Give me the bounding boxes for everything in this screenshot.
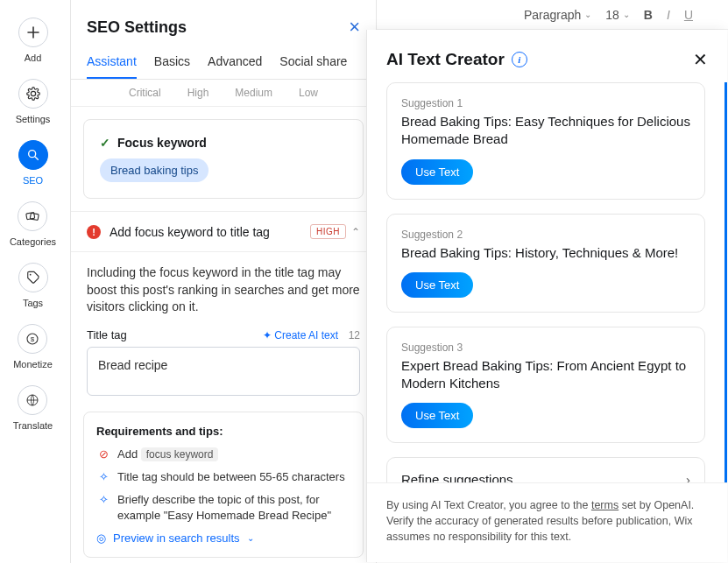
error-icon: ⊘ [96, 447, 110, 462]
warning-description: Including the focus keyword in the title… [71, 252, 376, 328]
tab-advanced[interactable]: Advanced [208, 46, 262, 79]
title-tag-block: Title tag ✦ Create AI text 12 [71, 328, 376, 412]
chevron-down-icon: ⌄ [247, 533, 254, 543]
ai-suggestions-body: Suggestion 1 Bread Baking Tips: Easy Tec… [367, 82, 727, 482]
seo-title: SEO Settings [87, 18, 187, 37]
italic-button[interactable]: I [667, 8, 670, 22]
terms-link[interactable]: terms [591, 499, 618, 511]
filter-row: Critical High Medium Low [71, 80, 376, 107]
ai-panel-title: AI Text Creator i [386, 50, 527, 69]
tab-basics[interactable]: Basics [154, 46, 190, 79]
check-icon: ✓ [100, 136, 110, 150]
req-add: Add focus keyword [117, 447, 218, 462]
svg-point-0 [28, 151, 35, 158]
close-icon[interactable]: × [349, 16, 360, 39]
req-tip-describe: Briefly describe the topic of this post,… [117, 492, 350, 524]
suggestion-text: Bread Baking Tips: Easy Techniques for D… [401, 113, 690, 149]
rail-settings-label: Settings [16, 114, 51, 124]
close-icon[interactable]: ✕ [693, 49, 708, 70]
rail-seo-label: SEO [23, 175, 43, 186]
priority-badge: HIGH [310, 224, 346, 239]
rail-seo[interactable]: SEO [18, 140, 48, 186]
dollar-icon: $ [18, 324, 47, 354]
ai-footer: By using AI Text Creator, you agree to t… [367, 482, 727, 562]
refine-suggestions[interactable]: Refine suggestions › [386, 457, 705, 482]
plus-icon [18, 18, 48, 47]
rail-add[interactable]: Add [18, 18, 48, 63]
rail-add-label: Add [25, 53, 42, 63]
warning-text: Add focus keyword to title tag [110, 225, 270, 239]
rail-monetize-label: Monetize [13, 359, 53, 369]
suggestion-text: Bread Baking Tips: History, Techniques &… [401, 244, 690, 262]
suggestion-card-1: Suggestion 1 Bread Baking Tips: Easy Tec… [386, 82, 705, 200]
rail-tags[interactable]: Tags [18, 263, 48, 308]
create-ai-text-link[interactable]: ✦ Create AI text [263, 329, 338, 341]
warning-row[interactable]: ! Add focus keyword to title tag HIGH ⌃ [71, 211, 376, 252]
suggestion-text: Expert Bread Baking Tips: From Ancient E… [401, 357, 690, 393]
requirements-card: Requirements and tips: ⊘ Add focus keywo… [83, 412, 364, 558]
bold-button[interactable]: B [644, 8, 653, 22]
filter-medium[interactable]: Medium [235, 87, 272, 99]
use-text-button[interactable]: Use Text [401, 272, 473, 298]
title-tag-label: Title tag [87, 328, 127, 341]
tab-social-share[interactable]: Social share [279, 46, 347, 79]
rail-monetize[interactable]: $ Monetize [13, 324, 53, 369]
rail-settings[interactable]: Settings [16, 79, 51, 124]
char-count: 12 [349, 329, 360, 341]
title-tag-input[interactable] [87, 347, 360, 396]
globe-icon [18, 385, 47, 415]
focus-keyword-label: Focus keyword [117, 136, 207, 150]
suggestion-card-2: Suggestion 2 Bread Baking Tips: History,… [386, 214, 705, 313]
suggestion-label: Suggestion 1 [401, 97, 690, 109]
suggestion-card-3: Suggestion 3 Expert Bread Baking Tips: F… [386, 327, 705, 444]
seo-panel: SEO Settings × Assistant Basics Advanced… [70, 0, 377, 563]
rail-translate[interactable]: Translate [13, 385, 53, 431]
suggestion-label: Suggestion 3 [401, 341, 690, 354]
chevron-down-icon: ⌄ [584, 10, 591, 19]
seo-tabs: Assistant Basics Advanced Social share [71, 46, 376, 80]
suggestion-label: Suggestion 2 [401, 229, 690, 241]
svg-text:$: $ [31, 335, 35, 343]
ai-text-creator-panel: AI Text Creator i ✕ Suggestion 1 Bread B… [366, 30, 727, 562]
svg-point-3 [29, 274, 31, 276]
info-icon[interactable]: i [512, 52, 527, 67]
underline-button[interactable]: U [684, 8, 693, 22]
lightbulb-icon: ✧ [96, 492, 110, 508]
chevron-up-icon: ⌃ [351, 226, 360, 238]
preview-link[interactable]: ◎ Preview in search results ⌄ [96, 531, 350, 545]
left-rail: Add Settings SEO Categories Tags $ Monet… [0, 0, 66, 563]
filter-high[interactable]: High [187, 87, 209, 99]
cards-icon [18, 201, 47, 231]
paragraph-style-dropdown[interactable]: Paragraph⌄ [524, 8, 591, 22]
error-icon: ! [87, 225, 101, 239]
chevron-down-icon: ⌄ [623, 10, 630, 19]
use-text-button[interactable]: Use Text [401, 159, 473, 185]
lightbulb-icon: ✧ [96, 469, 110, 485]
rail-tags-label: Tags [23, 298, 43, 308]
filter-low[interactable]: Low [299, 87, 318, 99]
tag-icon [18, 263, 48, 292]
tab-assistant[interactable]: Assistant [87, 46, 137, 79]
editor-toolbar: Paragraph⌄ 18⌄ B I U [377, 0, 728, 30]
focus-keyword-card: ✓ Focus keyword Bread baking tips [83, 119, 364, 199]
rail-translate-label: Translate [13, 420, 53, 431]
req-tip-length: Title tag should be between 55-65 charac… [117, 469, 345, 485]
keyword-chip[interactable]: Bread baking tips [100, 158, 209, 182]
rail-categories[interactable]: Categories [10, 201, 56, 247]
filter-critical[interactable]: Critical [129, 87, 161, 99]
use-text-button[interactable]: Use Text [401, 403, 473, 428]
rail-categories-label: Categories [10, 236, 56, 247]
chevron-right-icon: › [686, 472, 690, 482]
font-size-dropdown[interactable]: 18⌄ [605, 8, 630, 22]
requirements-heading: Requirements and tips: [96, 425, 350, 438]
search-icon [18, 140, 48, 170]
eye-icon: ◎ [96, 531, 106, 545]
gear-icon [18, 79, 48, 109]
